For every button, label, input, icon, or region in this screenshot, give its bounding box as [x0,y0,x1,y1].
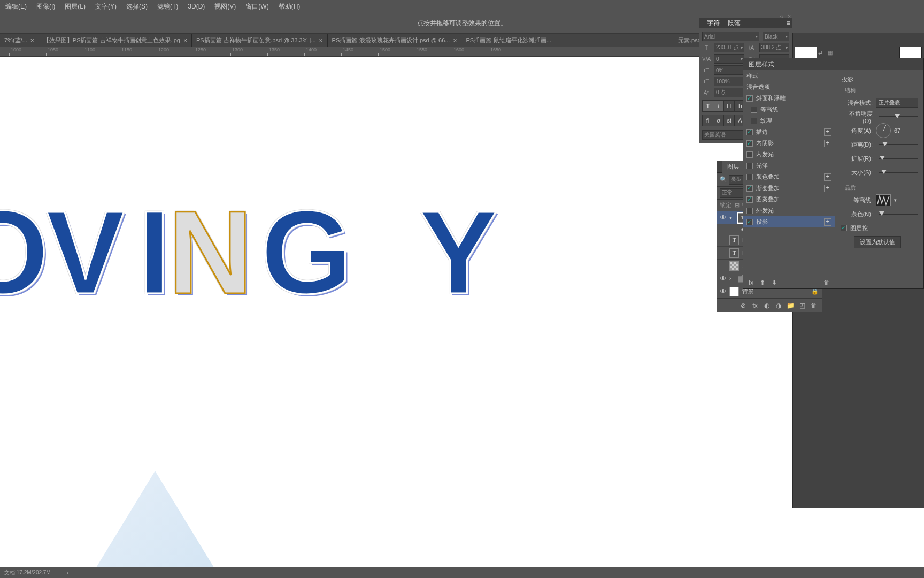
adjustment-icon[interactable]: ◑ [775,302,782,309]
tab-paragraph[interactable]: 段落 [728,19,741,28]
fx-button[interactable]: fx [749,279,753,286]
effect-pattern-overlay[interactable]: 图案叠加 [743,194,835,205]
link-icon[interactable]: ⊘ [740,302,747,309]
effect-color-overlay[interactable]: 颜色叠加+ [743,171,835,182]
distance-slider[interactable] [879,143,918,146]
blending-options[interactable]: 混合选项 [743,81,835,93]
contour-picker[interactable] [876,194,891,206]
tab-label: 7%(蓝/... [4,36,27,44]
kerning-input[interactable]: 0 [714,54,744,64]
doc-tab-3[interactable]: PS插画篇-浪漫玫瑰花卉插画设计.psd @ 66... × [328,34,462,47]
doc-size: 文档:17.2M/202.7M [4,569,51,576]
size-slider[interactable] [879,171,918,174]
styles-header[interactable]: 样式 [743,70,835,81]
leading-icon: tA [748,45,756,51]
effect-bevel[interactable]: 斜面和浮雕 [743,93,835,104]
menu-3d[interactable]: 3D(D) [188,3,205,10]
effect-satin[interactable]: 光泽 [743,160,835,171]
leading-input[interactable]: 388.2 点 [759,43,790,52]
search-icon[interactable]: 🔍 [720,176,727,183]
expand-icon[interactable]: › [729,276,735,282]
baseline-icon: Aª [702,90,711,96]
panel-menu-icon[interactable]: ≡ [787,19,790,27]
angle-dial[interactable] [876,123,891,138]
effect-contour[interactable]: 等高线 [743,104,835,115]
menu-view[interactable]: 视图(V) [214,2,236,11]
effect-texture[interactable]: 纹理 [743,115,835,126]
effect-gradient-overlay[interactable]: 渐变叠加+ [743,182,835,194]
new-layer-icon[interactable]: ◰ [798,302,806,309]
discretionary-button[interactable]: st [724,115,735,126]
text-layer-loving: O V I N G Y [0,185,495,321]
tab-layers[interactable]: 图层 [722,161,744,173]
expand-icon[interactable]: ▾ [729,215,735,220]
spread-slider[interactable] [879,157,918,160]
menu-edit[interactable]: 编辑(E) [5,2,27,11]
effect-inner-shadow[interactable]: 内阴影+ [743,138,835,149]
text-layer-icon: T [729,248,739,258]
blend-mode-select[interactable]: 正片叠底 [876,98,918,108]
visibility-icon[interactable]: 👁 [720,275,726,283]
mask-icon[interactable]: ◐ [763,302,771,309]
opacity-slider[interactable] [879,116,918,118]
menu-help[interactable]: 帮助(H) [279,2,301,11]
menu-select[interactable]: 选择(S) [126,2,148,11]
close-icon[interactable]: × [319,37,323,44]
menu-bar: 编辑(E) 图像(I) 图层(L) 文字(Y) 选择(S) 滤镜(T) 3D(D… [0,0,924,13]
menu-type[interactable]: 文字(Y) [95,2,117,11]
effect-drop-shadow[interactable]: 投影+ [743,216,835,227]
make-default-button[interactable]: 设置为默认值 [854,236,901,248]
delete-icon[interactable]: 🗑 [810,302,818,309]
tab-character[interactable]: 字符 [707,19,720,28]
menu-window[interactable]: 窗口(W) [245,2,268,11]
triangle-shape [96,471,214,567]
font-style-select[interactable]: Black [763,32,789,41]
status-arrow-icon[interactable]: › [67,570,68,576]
noise-slider[interactable] [879,213,918,216]
font-size-icon: T [702,45,711,51]
tab-label: 【效果图】PS插画篇-吉祥物牛插画创意上色效果.jpg [43,36,180,44]
down-icon[interactable]: ⬇ [772,279,777,286]
page-icon[interactable]: ▦ [828,50,836,58]
kerning-icon: V/A [702,56,711,62]
bold-button[interactable]: T [703,101,713,111]
fx-icon[interactable]: fx [751,302,759,309]
font-family-select[interactable]: Arial [702,32,759,41]
close-icon[interactable]: × [30,37,34,44]
text-layer-icon: T [729,235,739,245]
knockout-checkbox[interactable] [841,225,847,231]
close-icon[interactable]: × [183,37,187,44]
angle-value: 67 [894,127,900,134]
effect-outer-glow[interactable]: 外发光 [743,205,835,216]
effect-inner-glow[interactable]: 内发光 [743,149,835,160]
doc-tab-1[interactable]: 【效果图】PS插画篇-吉祥物牛插画创意上色效果.jpg × [39,34,192,47]
hscale-icon: ⅠT [702,79,711,85]
close-icon[interactable]: × [453,37,457,44]
effect-stroke[interactable]: 描边+ [743,126,835,138]
italic-button[interactable]: T [713,101,724,111]
contextual-button[interactable]: σ [713,115,724,126]
visibility-icon[interactable]: 👁 [720,214,726,222]
visibility-icon[interactable]: 👁 [720,287,726,295]
close-icon[interactable]: × [788,13,791,18]
doc-tab-0[interactable]: 7%(蓝/... × [0,34,39,47]
doc-tab-2[interactable]: PS插画篇-吉祥物牛插画创意.psd @ 33.3% |... × [192,34,328,47]
effect-settings: 投影 结构 混合模式: 正片叠底 不透明度(O): 角度(A): 67 距离(D [835,70,923,290]
menu-image[interactable]: 图像(I) [36,2,55,11]
layer-thumb [729,287,739,296]
lock-label: 锁定 [720,201,732,209]
tab-label: PS插画篇-吉祥物牛插画创意.psd @ 33.3% |... [196,36,316,44]
group-icon[interactable]: 📁 [787,302,794,309]
font-size-input[interactable]: 230.31 点 [714,43,744,52]
trash-icon[interactable]: 🗑 [823,279,830,286]
doc-tab-4[interactable]: PS插画篇-鼠绘扁平化沙滩插画... [461,34,556,47]
tab-label: PS插画篇-浪漫玫瑰花卉插画设计.psd @ 66... [332,36,450,44]
minimize-icon[interactable]: ‹‹ [780,13,783,18]
status-bar: 文档:17.2M/202.7M › [0,567,924,578]
swap-icon[interactable]: ⇄ [818,50,827,58]
allcaps-button[interactable]: TT [724,101,735,111]
ligature-button[interactable]: fi [703,115,713,126]
up-icon[interactable]: ⬆ [760,279,765,286]
menu-filter[interactable]: 滤镜(T) [157,2,178,11]
menu-layer[interactable]: 图层(L) [65,2,86,11]
